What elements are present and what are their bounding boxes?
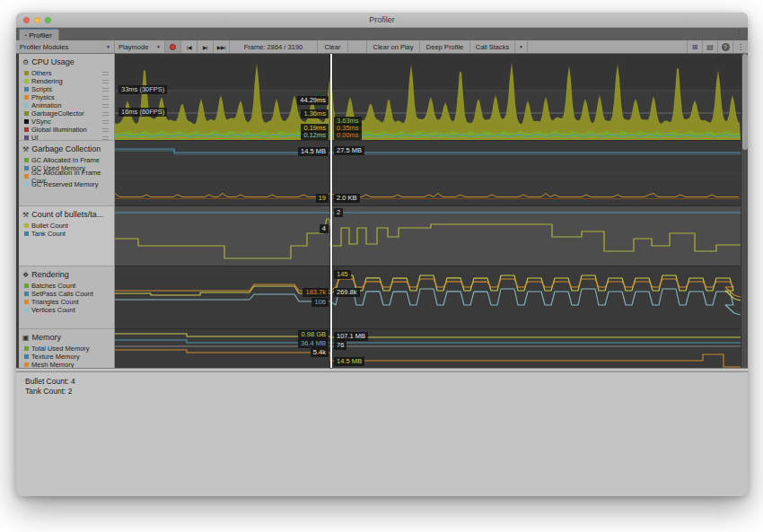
tab-strip: ◔ Profiler ⋮ (16, 28, 748, 40)
legend-item[interactable]: Mesh Memory (22, 361, 111, 368)
frame-stat-badge: 145 (334, 270, 351, 279)
legend-swatch (24, 87, 29, 92)
memory-icon: ▣ (22, 334, 30, 342)
legend-item[interactable]: Texture Memory (22, 353, 111, 361)
drag-handle-icon[interactable] (102, 136, 109, 140)
kebab-menu-icon[interactable]: ⋮ (732, 40, 748, 53)
module-memory[interactable]: ▣Memory Total Used Memory Texture Memory… (19, 329, 114, 368)
drag-handle-icon[interactable] (102, 128, 109, 132)
grid-label-60fps: 16ms (60FPS) (118, 108, 167, 117)
deep-profile-toggle[interactable]: Deep Profile (420, 40, 470, 53)
current-frame-button[interactable]: ▶▶| (214, 40, 230, 53)
memory-chart[interactable]: 0.98 GB 36.4 MB 5.4k 107.1 MB 76 14.5 MB (115, 329, 741, 368)
panel-menu-icon[interactable]: ⋮ (735, 30, 742, 38)
legend-swatch (24, 223, 29, 228)
legend-item[interactable]: GC Allocated In Frame (22, 156, 111, 164)
frame-stat-badge: 106 (311, 298, 329, 307)
legend-swatch (24, 308, 29, 312)
legend-item[interactable]: Triangles Count (22, 298, 111, 306)
close-window-button[interactable] (23, 17, 30, 23)
drag-handle-icon[interactable] (102, 96, 109, 100)
drag-handle-icon[interactable] (102, 104, 109, 108)
frame-stat-badge: 4 (320, 224, 329, 233)
tab-profiler[interactable]: ◔ Profiler (19, 29, 59, 40)
frame-stat-badge: 183.7k (303, 288, 329, 297)
detail-line-tank-count: Tank Count: 2 (25, 387, 748, 397)
legend-swatch (24, 71, 29, 75)
zoom-window-button[interactable] (45, 17, 51, 23)
modules-area: ⚙CPU Usage Others Rendering Scripts Phys… (16, 54, 748, 368)
help-icon[interactable]: ? (717, 40, 732, 53)
garbage-collection-chart[interactable]: 14.5 MB 19 27.5 MB 2.0 KB (115, 141, 741, 206)
legend-item[interactable]: VSync (22, 118, 111, 126)
scrollbar-thumb[interactable] (742, 54, 748, 150)
module-rendering[interactable]: ❖Rendering Batches Count SetPass Calls C… (19, 266, 114, 329)
legend-item[interactable]: Vertices Count (22, 306, 111, 314)
record-button[interactable] (165, 40, 181, 53)
legend-item[interactable]: SetPass Calls Count (22, 290, 111, 298)
clear-on-play-toggle[interactable]: Clear on Play (366, 40, 420, 53)
legend-item[interactable]: Physics (22, 93, 111, 101)
legend-item[interactable]: Rendering (22, 77, 111, 85)
call-stacks-toggle[interactable]: Call Stacks (470, 40, 515, 53)
legend-item[interactable]: Scripts (22, 85, 111, 93)
clear-button[interactable]: Clear (318, 40, 348, 53)
drag-handle-icon[interactable] (102, 72, 109, 75)
cpu-usage-chart[interactable]: 33ms (30FPS) 16ms (60FPS) 44.29ms 1.36ms… (115, 54, 741, 141)
legend-item[interactable]: Global Illumination (22, 126, 111, 134)
legend-item[interactable]: GarbageCollector (22, 109, 111, 118)
frame-stat-badge: 2.0 KB (334, 194, 360, 203)
tools-icon: ⚒ (22, 145, 29, 153)
bullet-tank-count-chart[interactable]: 4 2 (115, 206, 741, 266)
rendering-chart[interactable]: 183.7k 106 145 269.8k (115, 266, 741, 329)
save-icon[interactable]: ▤ (702, 40, 717, 53)
legend-item[interactable]: Tank Count (22, 230, 111, 238)
legend-item[interactable]: GC Reserved Memory (22, 180, 111, 188)
target-selection-dropdown[interactable]: Playmode ▼ (115, 40, 165, 53)
chevron-down-icon: ▼ (102, 44, 110, 49)
frame-counter: Frame: 2864 / 3190 (230, 40, 318, 53)
cpu-chart-canvas (115, 54, 741, 141)
module-count-of-bullets[interactable]: ⚒Count of bullets/ta... Bullet Count Tan… (19, 206, 114, 266)
vertical-scrollbar[interactable] (741, 54, 748, 368)
profiler-gauge-icon: ◔ (23, 32, 27, 39)
legend-swatch (24, 119, 29, 124)
legend-item[interactable]: Bullet Count (22, 222, 111, 230)
frame-stat-badge: 107.1 MB (334, 332, 368, 341)
module-legend-sidebar: ⚙CPU Usage Others Rendering Scripts Phys… (19, 54, 115, 368)
legend-item[interactable]: Total Used Memory (22, 344, 111, 353)
chevron-down-icon: ▼ (153, 44, 161, 49)
next-frame-button[interactable]: ▶| (197, 40, 214, 53)
drag-handle-icon[interactable] (102, 112, 109, 116)
frame-playhead[interactable] (330, 54, 332, 368)
legend-item[interactable]: Others (22, 69, 111, 77)
previous-frame-button[interactable]: |◀ (181, 40, 197, 53)
module-cpu-usage[interactable]: ⚙CPU Usage Others Rendering Scripts Phys… (19, 54, 114, 141)
legend-item[interactable]: Animation (22, 101, 111, 109)
drag-handle-icon[interactable] (102, 80, 109, 83)
profiler-modules-dropdown[interactable]: Profiler Modules ▼ (16, 40, 115, 53)
legend-swatch (24, 158, 29, 162)
legend-swatch (24, 346, 29, 351)
legend-swatch (24, 174, 29, 179)
dock-icon[interactable]: ⊞ (687, 40, 702, 53)
call-stacks-dropdown-arrow[interactable]: ▼ (515, 40, 528, 53)
gc-chart-canvas (115, 141, 741, 206)
frame-stat-badge: 0.98 GB (298, 330, 329, 339)
profiler-window: Profiler ◔ Profiler ⋮ Profiler Modules ▼… (16, 13, 748, 496)
charts-column: 33ms (30FPS) 16ms (60FPS) 44.29ms 1.36ms… (115, 54, 741, 368)
frame-stat-badge: 0.12ms (301, 131, 329, 140)
legend-item[interactable]: Batches Count (22, 282, 111, 290)
grid-label-30fps: 33ms (30FPS) (118, 85, 167, 94)
frame-stat-badge: 1.36ms (301, 109, 329, 118)
record-icon (170, 44, 176, 50)
detail-line-bullet-count: Bullet Count: 4 (25, 377, 748, 387)
drag-handle-icon[interactable] (102, 88, 109, 92)
legend-item[interactable]: GC Allocation In Frame Cour (22, 172, 111, 180)
legend-swatch (24, 127, 29, 132)
legend-item[interactable]: UI (22, 134, 111, 141)
minimize-window-button[interactable] (34, 17, 40, 23)
module-garbage-collection[interactable]: ⚒Garbage Collection GC Allocated In Fram… (19, 141, 114, 206)
frame-stat-badge: 0.00ms (334, 131, 362, 140)
drag-handle-icon[interactable] (102, 120, 109, 124)
